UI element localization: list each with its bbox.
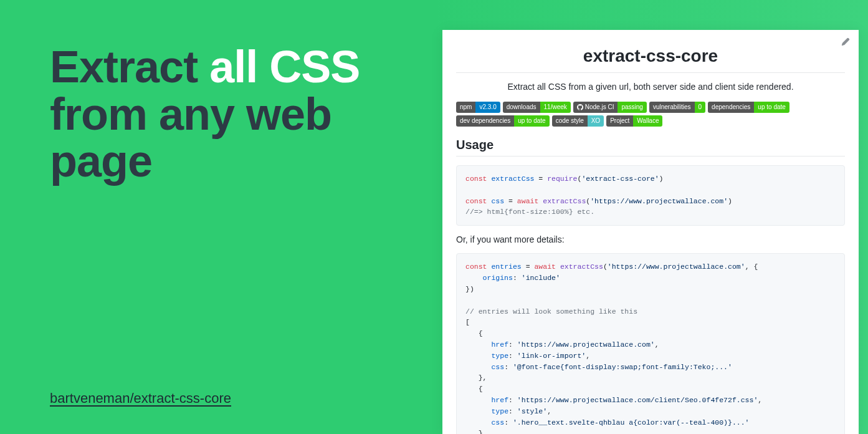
badge-dev-dependencies[interactable]: dev dependenciesup to date — [456, 115, 550, 127]
repo-link[interactable]: bartveneman/extract-css-core — [50, 390, 231, 407]
badge-npm[interactable]: npmv2.3.0 — [456, 102, 500, 113]
badge-code-style[interactable]: code styleXO — [552, 115, 604, 127]
headline-pre: Extract — [50, 42, 209, 92]
badge-row: npmv2.3.0downloads11/weekNode.js CIpassi… — [456, 102, 845, 127]
headline-post: from any web page — [50, 89, 331, 186]
between-text: Or, if you want more details: — [456, 234, 845, 244]
headline-accent: all CSS — [209, 42, 360, 92]
badge-downloads[interactable]: downloads11/week — [503, 102, 571, 113]
badge-Node.js-CI[interactable]: Node.js CIpassing — [573, 102, 647, 113]
package-title: extract-css-core — [456, 46, 845, 73]
readme-panel: extract-css-core Extract all CSS from a … — [442, 30, 859, 434]
badge-Project[interactable]: ProjectWallace — [606, 115, 662, 127]
usage-heading: Usage — [456, 138, 845, 157]
edit-icon[interactable] — [841, 37, 850, 46]
hero-section: Extract all CSS from any web page — [50, 44, 399, 185]
headline: Extract all CSS from any web page — [50, 44, 399, 185]
badge-vulnerabilities[interactable]: vulnerabilities0 — [649, 102, 705, 113]
package-subtitle: Extract all CSS from a given url, both s… — [456, 82, 845, 92]
code-block-basic: const extractCss = require('extract-css-… — [456, 165, 845, 226]
badge-dependencies[interactable]: dependenciesup to date — [708, 102, 789, 113]
code-block-detailed: const entries = await extractCss('https:… — [456, 253, 845, 434]
